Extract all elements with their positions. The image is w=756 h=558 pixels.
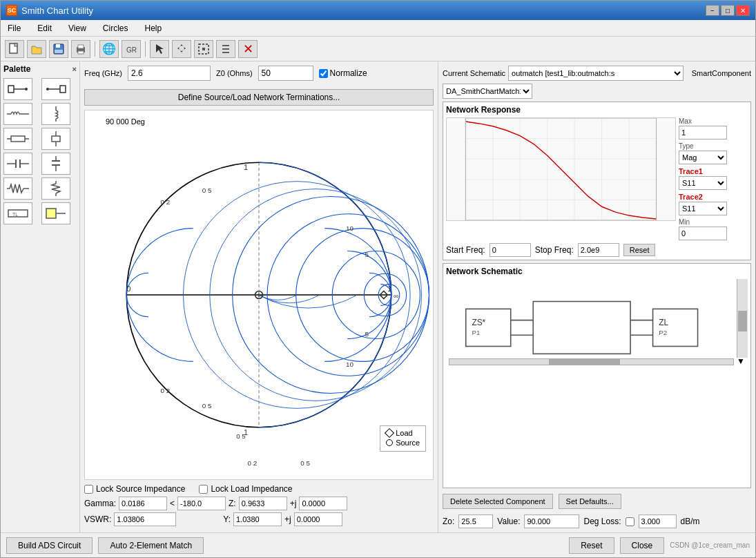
auto-match-button[interactable]: Auto 2-Element Match: [98, 537, 204, 554]
grid-button[interactable]: GRID: [122, 40, 141, 58]
menu-help[interactable]: Help: [141, 22, 166, 35]
legend-box: Load Source: [380, 425, 426, 452]
lock-source-checkbox[interactable]: [84, 485, 93, 494]
palette-item-5[interactable]: [3, 128, 32, 150]
ns-scrollbar-right[interactable]: [737, 279, 748, 358]
new-button[interactable]: [5, 40, 24, 58]
start-freq-input[interactable]: [490, 243, 531, 257]
lock-load-check[interactable]: Lock Load Impedance: [199, 484, 292, 494]
svg-text:0 2: 0 2: [161, 198, 171, 206]
normalize-check[interactable]: Normalize: [319, 68, 367, 78]
palette-item-3[interactable]: [3, 103, 32, 125]
set-defaults-button[interactable]: Set Defaults...: [559, 494, 621, 509]
svg-point-18: [25, 88, 28, 90]
lock-load-label: Lock Load Impedance: [211, 484, 292, 494]
trace2-select[interactable]: S11: [679, 202, 727, 215]
save-button[interactable]: [49, 40, 68, 58]
max-input[interactable]: [679, 126, 727, 140]
maximize-button[interactable]: □: [721, 5, 735, 16]
legend-load: Load: [396, 429, 412, 437]
watermark: CSDN @1ce_cream_man: [670, 541, 750, 549]
loss-input[interactable]: [639, 514, 677, 528]
z-value-input[interactable]: [239, 497, 287, 510]
vswr-label: VSWR:: [84, 514, 111, 524]
svg-rect-4: [55, 50, 63, 53]
schematic-diagram: ZS* P1: [446, 279, 717, 369]
y-j-label: +j: [284, 514, 291, 524]
svg-marker-10: [177, 44, 186, 52]
type-label: Type: [679, 142, 748, 150]
bottom-controls: Lock Source Impedance Lock Load Impedanc…: [84, 484, 434, 528]
type-select[interactable]: Mag: [679, 151, 727, 164]
reset-button[interactable]: Reset: [569, 537, 614, 554]
z0-input[interactable]: [258, 66, 313, 81]
svg-rect-6: [78, 45, 84, 48]
palette-item-10[interactable]: [41, 177, 70, 200]
freq-range-row: Start Freq: Stop Freq: Reset: [446, 243, 748, 257]
palette-grid: TL: [3, 78, 77, 224]
lock-source-check[interactable]: Lock Source Impedance: [84, 484, 185, 494]
nr-reset-button[interactable]: Reset: [623, 244, 656, 256]
smith-chart-canvas[interactable]: 90 000 Deg: [84, 110, 434, 480]
freq-input[interactable]: [128, 66, 211, 81]
z-j-input[interactable]: [299, 497, 347, 510]
palette-close-button[interactable]: ×: [72, 65, 77, 73]
menu-bar: File Edit View Circles Help: [1, 20, 755, 37]
y-j-input[interactable]: [294, 512, 342, 526]
smith-chart-area: Freq (GHz) Z0 (Ohms) Normalize Define So…: [80, 61, 438, 532]
deg-loss-checkbox[interactable]: [626, 517, 634, 526]
move-button[interactable]: [172, 40, 191, 58]
palette-item-1[interactable]: [3, 78, 32, 100]
y-value-input[interactable]: [233, 512, 282, 526]
trace1-select[interactable]: S11: [679, 176, 727, 190]
build-ads-button[interactable]: Build ADS Circuit: [6, 537, 93, 554]
delete-selected-button[interactable]: Delete Selected Component: [443, 494, 553, 509]
palette-item-11[interactable]: TL: [3, 202, 32, 224]
svg-text:0 5: 0 5: [236, 432, 246, 440]
align-button[interactable]: [216, 40, 235, 58]
define-button[interactable]: Define Source/Load Network Terminations.…: [84, 89, 434, 106]
palette-item-4[interactable]: [41, 103, 70, 125]
close-button[interactable]: ✕: [736, 5, 750, 16]
delete-tool-button[interactable]: ✕: [238, 40, 258, 58]
palette-item-7[interactable]: [3, 153, 32, 175]
normalize-label: Normalize: [330, 68, 367, 78]
palette-item-8[interactable]: [41, 153, 70, 175]
globe-button[interactable]: 🌐: [99, 40, 119, 58]
svg-text:0 2: 0 2: [248, 459, 258, 467]
select-button[interactable]: [150, 40, 169, 58]
smart-component-select[interactable]: DA_SmithChartMatch1: [443, 84, 532, 99]
menu-circles[interactable]: Circles: [99, 22, 133, 35]
palette-item-9[interactable]: [3, 177, 32, 200]
resize-button[interactable]: [194, 40, 213, 58]
ns-scroll-down-button[interactable]: ▼: [737, 356, 745, 366]
open-button[interactable]: [27, 40, 46, 58]
lock-load-checkbox[interactable]: [199, 485, 208, 494]
gamma-angle-input[interactable]: [177, 497, 226, 510]
normalize-checkbox[interactable]: [319, 69, 328, 78]
print-button[interactable]: [71, 40, 90, 58]
y-label: Y:: [223, 514, 231, 524]
gamma-value-input[interactable]: [119, 497, 167, 510]
close-button[interactable]: Close: [620, 537, 665, 554]
menu-view[interactable]: View: [64, 22, 90, 35]
value-input[interactable]: [524, 514, 579, 528]
vswr-value-input[interactable]: [114, 512, 176, 526]
menu-edit[interactable]: Edit: [33, 22, 56, 35]
min-input[interactable]: [679, 227, 727, 240]
svg-text:∞: ∞: [394, 292, 398, 300]
network-response-title: Network Response: [446, 105, 748, 115]
palette-item-12[interactable]: [41, 202, 70, 224]
svg-text:P2: P2: [659, 329, 667, 336]
stop-freq-input[interactable]: [578, 243, 619, 257]
palette-item-6[interactable]: [41, 128, 70, 150]
current-schematic-label: Current Schematic: [443, 69, 505, 77]
ns-hscroll[interactable]: [449, 358, 734, 366]
network-schematic-content: ▲ ZS* P1: [446, 279, 748, 369]
min-label: Min: [679, 218, 748, 226]
minimize-button[interactable]: −: [706, 5, 719, 16]
menu-file[interactable]: File: [3, 22, 25, 35]
palette-item-2[interactable]: [41, 78, 70, 100]
current-schematic-select[interactable]: outmatch [test1_lib:outmatch:s: [508, 66, 684, 81]
zo-input[interactable]: [458, 514, 493, 528]
